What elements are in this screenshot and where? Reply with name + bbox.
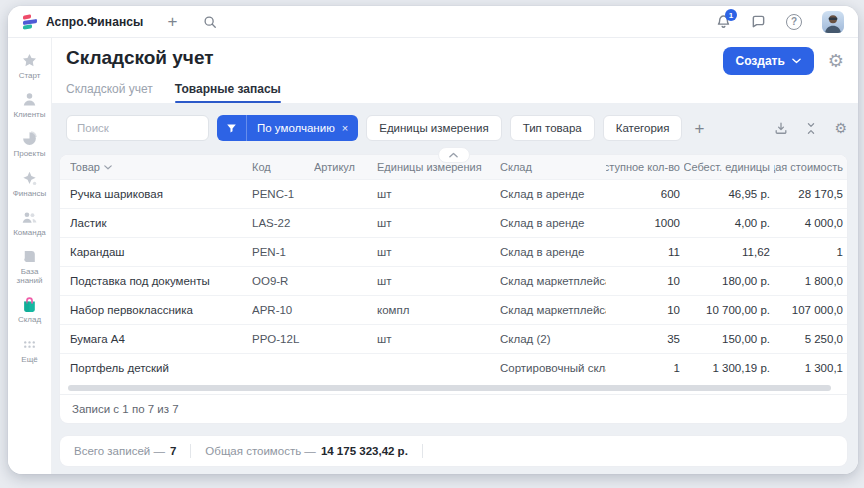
more-icon [21,336,38,353]
remove-filter-icon[interactable]: × [342,122,358,134]
table-row[interactable]: ЛастикLAS-22штСклад в аренде10004,00 р.4… [60,208,847,237]
create-button-label: Создать [736,54,785,68]
table-cell: Портфель детский [70,362,252,374]
sidebar-item-label: Старт [19,71,41,80]
table-settings-gear-icon[interactable]: ⚙ [834,121,847,135]
sidebar-item-склад[interactable]: Склад [9,294,51,326]
tab-товарные-запасы[interactable]: Товарные запасы [175,82,281,103]
content: По умолчанию × Единицы измеренияТип това… [52,103,858,474]
horizontal-scrollbar[interactable] [68,385,839,393]
total-cost-label: Общая стоимость — [205,445,316,457]
sidebar-item-ещё[interactable]: Ещё [9,334,51,366]
tab-складской-учет[interactable]: Складской учет [66,82,153,103]
table-cell: 600 [606,188,684,200]
table-cell: 11 [606,246,684,258]
warehouse-icon [21,296,38,313]
column-header-label: Себест. единицы [684,161,770,173]
table-cell: шт [377,188,500,200]
column-header-5[interactable]: Доступное кол-во [606,161,684,173]
filter-button-единицы-измерения[interactable]: Единицы измерения [366,115,501,141]
records-info: Записи с 1 по 7 из 7 [60,394,847,423]
total-records-value: 7 [170,445,176,457]
sidebar-item-финансы[interactable]: Финансы [9,168,51,200]
total-cost: Общая стоимость — 14 175 323,42 р. [205,445,408,457]
column-header-7[interactable]: Общая стоимость [774,161,847,173]
table-cell: компл [377,304,500,316]
toolbar: По умолчанию × Единицы измеренияТип това… [60,115,847,141]
table-cell: шт [377,333,500,345]
sidebar-item-старт[interactable]: Старт [9,50,51,82]
column-header-4[interactable]: Склад [500,161,606,173]
sidebar-item-проекты[interactable]: Проекты [9,128,51,160]
page-settings-gear-icon[interactable]: ⚙ [828,52,844,70]
user-avatar[interactable] [822,11,844,33]
help-icon: ? [786,14,802,30]
sidebar-item-клиенты[interactable]: Клиенты [9,89,51,121]
page-header: Складской учет Создать ⚙ Складской учетТ… [52,38,858,103]
notifications-button[interactable]: 1 [716,14,731,29]
table-cell: шт [377,246,500,258]
filter-button-тип-товара[interactable]: Тип товара [510,115,595,141]
sidebar-item-база-знаний[interactable]: База знаний [9,246,51,287]
table-cell: Склад маркетплейса [500,304,606,316]
table-row[interactable]: Портфель детскийСортировочный склад11 30… [60,353,847,382]
app-logo-icon [22,13,39,30]
add-filter-button[interactable]: + [694,120,704,137]
table-cell: Бумага А4 [70,333,252,345]
column-header-label: Артикул [314,161,355,173]
table-cell: 10 [606,275,684,287]
column-header-0[interactable]: Товар [70,161,252,173]
sidebar-item-команда[interactable]: Команда [9,207,51,239]
table-cell: 1 [606,362,684,374]
main-area: Складской учет Создать ⚙ Складской учетТ… [52,38,858,474]
create-button[interactable]: Создать [723,47,814,75]
sidebar-nav: СтартКлиентыПроектыФинансыКомандаБаза зн… [8,38,52,474]
table-cell: Склад маркетплейса [500,275,606,287]
table-row[interactable]: Набор первоклассникаAPR-10комплСклад мар… [60,295,847,324]
collapse-rows-button[interactable] [805,122,817,135]
messages-button[interactable] [751,14,766,29]
table-row[interactable]: Ручка шариковаяPENC-1штСклад в аренде600… [60,179,847,208]
column-header-label: Товар [70,161,100,173]
table-cell: 35 [606,333,684,345]
filter-button-категория[interactable]: Категория [603,115,683,141]
team-icon [21,209,38,226]
sidebar-item-label: Проекты [13,149,45,158]
table-cell: 46,95 р. [684,188,774,200]
table-cell: PPO-12L [252,333,314,345]
table-cell: 4 000,0 [774,217,847,229]
table-cell: Сортировочный склад [500,362,606,374]
projects-icon [21,130,38,147]
active-filter-chip[interactable]: По умолчанию × [217,115,358,141]
table-row[interactable]: Бумага А4PPO-12LштСклад (2)35150,00 р.5 … [60,324,847,353]
clients-icon [21,91,38,108]
total-cost-value: 14 175 323,42 р. [321,445,408,457]
collapse-table-button[interactable] [438,147,470,163]
table-cell: шт [377,217,500,229]
sidebar-item-label: Ещё [21,355,37,364]
table-row[interactable]: Подставка под документыOO9-RштСклад марк… [60,266,847,295]
scrollbar-thumb[interactable] [68,385,831,391]
help-button[interactable]: ? [786,14,802,30]
table-row[interactable]: КарандашPEN-1штСклад в аренде1111,621 [60,237,847,266]
export-button[interactable] [774,121,788,135]
total-records: Всего записей — 7 [74,445,176,457]
table-cell: 1 [774,246,847,258]
table-cell: Подставка под документы [70,275,252,287]
table-cell: 5 250,0 [774,333,847,345]
column-header-3[interactable]: Единицы измерения [377,161,500,173]
search-input[interactable] [66,115,209,141]
column-header-label: Склад [500,161,532,173]
column-header-2[interactable]: Артикул [314,161,377,173]
column-header-1[interactable]: Код [252,161,314,173]
start-icon [21,52,38,69]
column-header-6[interactable]: Себест. единицы [684,161,774,173]
sidebar-item-label: Финансы [13,189,47,198]
global-search-button[interactable] [203,15,217,29]
summary-bar: Всего записей — 7 Общая стоимость — 14 1… [60,436,847,466]
table-cell: Ластик [70,217,252,229]
notification-badge: 1 [725,9,737,21]
divider [422,444,423,458]
chevron-down-icon [792,58,801,64]
quick-add-button[interactable]: + [167,13,177,30]
